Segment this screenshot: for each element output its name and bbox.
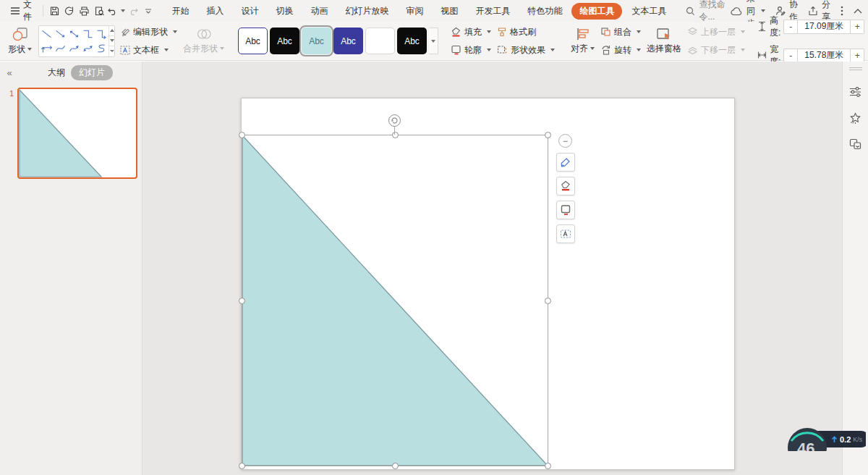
group-button[interactable]: 组合 [598, 25, 643, 39]
resize-handle-middle-left[interactable] [239, 298, 245, 304]
search-icon [686, 7, 695, 16]
tab-slideshow[interactable]: 幻灯片放映 [337, 3, 396, 20]
network-speed-widget[interactable]: 0.2 K/s 46 [785, 426, 866, 451]
save-button[interactable] [48, 2, 61, 20]
selected-triangle-shape[interactable] [242, 135, 548, 466]
switch-windows-button[interactable] [848, 137, 863, 151]
title-bar: 文件 开始 插入 设计 [0, 0, 868, 22]
resize-handle-bottom-center[interactable] [392, 463, 399, 469]
tab-home[interactable]: 开始 [163, 3, 197, 20]
outline-button[interactable]: 轮廓 [448, 43, 493, 57]
width-decrease-button[interactable]: - [783, 49, 797, 63]
rotation-handle[interactable] [388, 114, 401, 127]
gallery-scroll-down-button[interactable] [109, 35, 114, 46]
rotate-button[interactable]: 旋转 [598, 43, 643, 57]
print-button[interactable] [77, 2, 91, 20]
tab-transitions[interactable]: 切换 [268, 3, 301, 20]
floating-mini-toolbar: − [556, 134, 575, 243]
shapes-button[interactable]: 形状 [4, 24, 35, 59]
width-increase-button[interactable]: + [851, 49, 864, 63]
style-gallery-more-button[interactable] [429, 28, 438, 54]
slide-thumbnail[interactable] [17, 88, 137, 179]
align-button[interactable]: 对齐 [567, 24, 598, 59]
collapse-panel-button[interactable]: « [0, 67, 19, 78]
text-box-button[interactable]: 文本框 [118, 43, 179, 57]
resize-handle-top-right[interactable] [545, 132, 551, 138]
tab-design[interactable]: 设计 [233, 3, 266, 20]
print-preview-button[interactable] [93, 2, 106, 20]
cloud-icon [731, 7, 743, 16]
gallery-more-button[interactable] [109, 46, 114, 56]
elbow-arrow-connector-icon[interactable] [95, 27, 109, 41]
gallery-scroll-up-button[interactable] [109, 26, 114, 35]
minitoolbar-collapse-button[interactable]: − [558, 134, 572, 148]
tab-drawing-tools[interactable]: 绘图工具 [571, 3, 622, 20]
fill-button[interactable]: 填充 [448, 25, 493, 39]
text-effects-button[interactable] [556, 224, 575, 243]
resize-handle-middle-right[interactable] [545, 298, 551, 304]
style-swatch-1[interactable]: Abc [238, 28, 268, 54]
fill-color-button[interactable] [556, 177, 575, 196]
curved-arrow-shape-icon[interactable] [67, 41, 81, 56]
undo-button[interactable] [108, 2, 125, 20]
style-swatch-3-selected[interactable]: Abc [302, 28, 331, 54]
redo-button[interactable] [127, 2, 140, 20]
sidebar-drag-handle[interactable] [849, 67, 862, 70]
double-arrow-shape-icon[interactable] [67, 27, 81, 41]
style-swatch-5[interactable]: Abc [365, 28, 395, 54]
collapse-ribbon-icon[interactable] [854, 9, 862, 14]
smart-effects-button[interactable] [848, 111, 863, 125]
main-menu-button[interactable]: 文件 [6, 2, 38, 20]
slide-canvas[interactable]: − 0.2 K/s [142, 62, 842, 475]
width-stepper: - 15.78厘米 + [783, 49, 864, 63]
tab-animations[interactable]: 动画 [302, 3, 336, 20]
width-icon [757, 50, 767, 61]
tab-developer[interactable]: 开发工具 [467, 3, 518, 20]
command-search[interactable]: 查找命令... [686, 0, 729, 23]
drawing-tools-ribbon: 形状 编辑形状 [0, 22, 868, 61]
tab-view[interactable]: 视图 [433, 3, 466, 20]
tab-review[interactable]: 审阅 [398, 3, 431, 20]
resize-handle-bottom-left[interactable] [239, 463, 245, 469]
elbow-double-arrow-connector-icon[interactable] [40, 41, 54, 56]
outline-label: 轮廓 [464, 44, 482, 56]
edit-shape-button[interactable]: 编辑形状 [118, 25, 179, 39]
customize-toolbar-button[interactable] [142, 2, 156, 20]
width-value-field[interactable]: 15.78厘米 [797, 49, 851, 63]
shape-selection-box[interactable] [242, 135, 548, 466]
resize-handle-top-left[interactable] [239, 132, 245, 138]
slide-number: 1 [9, 89, 14, 98]
style-swatch-2[interactable]: Abc [270, 28, 299, 54]
export-pdf-button[interactable] [62, 2, 76, 20]
quick-style-button[interactable] [556, 153, 575, 172]
object-properties-button[interactable] [848, 85, 863, 99]
tab-text-tools[interactable]: 文本工具 [624, 3, 674, 20]
freeform-shape-icon[interactable] [95, 41, 109, 56]
height-increase-button[interactable]: + [851, 20, 864, 34]
group-icon [600, 27, 611, 37]
text-box-icon [120, 46, 130, 55]
height-decrease-button[interactable]: - [783, 20, 797, 34]
style-swatch-4[interactable]: Abc [333, 28, 363, 54]
resize-handle-bottom-right[interactable] [545, 463, 551, 469]
tab-slides[interactable]: 幻灯片 [71, 65, 113, 80]
curve-shape-icon[interactable] [54, 41, 67, 56]
undo-caret[interactable] [121, 9, 125, 12]
style-swatch-6[interactable]: Abc [397, 28, 427, 54]
tab-outline[interactable]: 大纲 [48, 67, 65, 79]
format-painter-button[interactable]: 格式刷 [495, 25, 557, 39]
sync-caret [761, 9, 765, 12]
selection-pane-button[interactable]: 选择窗格 [643, 24, 685, 59]
elbow-connector-icon[interactable] [81, 27, 95, 41]
arrow-shape-icon[interactable] [54, 27, 67, 41]
shape-effects-button[interactable]: 形状效果 [495, 43, 557, 57]
resize-handle-top-center[interactable] [392, 132, 399, 138]
selection-pane-label: 选择窗格 [647, 43, 681, 55]
height-value-field[interactable]: 17.09厘米 [797, 20, 851, 34]
curved-double-arrow-shape-icon[interactable] [81, 41, 95, 56]
fill-label: 填充 [464, 26, 482, 38]
outline-color-button[interactable] [556, 201, 575, 219]
tab-special-features[interactable]: 特色功能 [519, 3, 570, 20]
tab-insert[interactable]: 插入 [198, 3, 231, 20]
line-shape-icon[interactable] [40, 27, 54, 41]
